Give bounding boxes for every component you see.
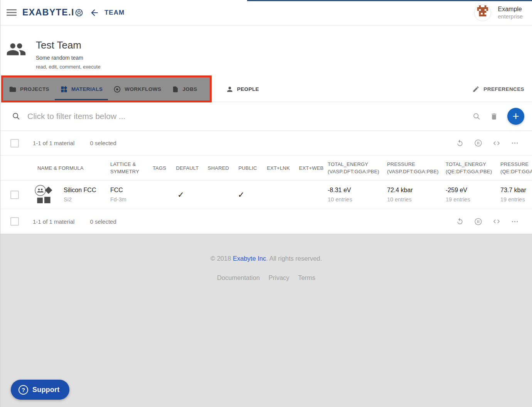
question-mark-icon: ? [19,385,28,395]
user-info: Example enterprise [498,6,523,20]
back-arrow-icon[interactable] [89,8,99,18]
ellipsis-icon [511,218,519,226]
terms-link[interactable]: Terms [298,274,315,281]
name-formula-text: Silicon FCC Si2 [64,187,96,203]
tab-materials[interactable]: MATERIALS [55,77,108,102]
search-icon [12,112,20,121]
company-link[interactable]: Exabyte Inc [233,255,266,262]
toolbar-actions [456,139,522,147]
pagination-count: 1-1 of 1 material [33,218,74,225]
pause-button[interactable] [474,218,482,226]
metric-entries: 10 entries [387,196,413,203]
pressure-qe-cell: 73.7 kbar 19 entries [500,181,532,209]
more-button[interactable] [511,218,519,226]
add-material-fab[interactable]: + [507,108,524,125]
pause-button[interactable] [474,139,482,147]
tab-label: PROJECTS [20,86,49,92]
filter-actions: + [473,108,524,125]
toolbar-actions [456,218,522,226]
select-all-checkbox[interactable] [10,217,19,226]
metric-value: -259 eV [446,187,470,194]
shared-cell [203,181,234,209]
selected-count: 0 selected [90,140,116,146]
select-all-checkbox[interactable] [10,139,19,147]
table-row-silicon-fcc[interactable]: Silicon FCC Si2 FCC Fd-3m ✓ ✓ -8.31 eV 1… [0,181,532,209]
team-header: Test Team Some random team read, edit, c… [0,25,532,77]
user-area: Example enterprise [474,4,523,21]
ellipsis-icon [511,139,519,147]
metric-entries: 19 entries [446,196,470,203]
more-button[interactable] [511,139,519,147]
folder-icon [9,85,17,93]
material-name: Silicon FCC [64,187,96,194]
column-header-name-formula[interactable]: NAME & FORMULA [22,156,110,180]
support-button[interactable]: ? Support [11,380,69,400]
filter-bar: + [0,102,532,131]
team-group-icon [6,41,27,58]
column-header-default[interactable]: DEFAULT [172,156,203,180]
privacy-link[interactable]: Privacy [268,274,289,281]
exabyte-logo[interactable]: EXABYTE.I [22,7,83,18]
selected-count: 0 selected [90,218,116,225]
lattice-type: FCC [110,187,126,194]
preferences-button[interactable]: PREFERENCES [465,77,532,102]
refresh-icon [456,139,464,147]
tab-label: MATERIALS [71,86,103,92]
column-header-ext-lnk[interactable]: EXT+LNK [262,156,295,180]
row-checkbox[interactable] [10,191,19,199]
column-header-total-energy-qe[interactable]: TOTAL_ENERGY(QE:DFT:GGA:PBE) [446,156,500,180]
tab-label: JOBS [182,86,197,92]
default-cell: ✓ [172,181,203,209]
column-header-total-energy-vasp[interactable]: TOTAL_ENERGY(VASP.DFT:GGA:PBE) [328,156,387,180]
copyright-suffix: . All rights reserved. [266,255,322,262]
person-icon [226,85,234,93]
ext-lnk-cell [262,181,295,209]
trash-icon [490,112,498,121]
copyright-line: © 2018 Exabyte Inc. All rights reserved. [0,255,532,262]
tab-projects[interactable]: PROJECTS [3,77,55,102]
metric-value: -8.31 eV [328,187,352,194]
tab-workflows[interactable]: WORKFLOWS [108,77,167,102]
hamburger-menu-icon[interactable] [7,8,17,17]
user-avatar[interactable] [474,4,491,21]
active-tab-indicator [55,99,108,100]
column-header-pressure-vasp[interactable]: PRESSURE(VASP.DFT:GGA:PBE) [387,156,446,180]
code-button[interactable] [493,218,500,225]
user-name: Example [498,6,523,13]
list-toolbar-top: 1-1 of 1 material 0 selected [0,131,532,156]
page-title: TEAM [104,9,125,17]
entity-tab-bar: PROJECTS MATERIALS WORKFLOWS JOBS PEOPLE… [0,77,532,102]
team-permissions: read, edit, comment, execute [36,64,101,70]
total-energy-vasp-cell: -8.31 eV 10 entries [328,181,387,209]
column-header-tags[interactable]: TAGS [147,156,172,180]
public-cell: ✓ [234,181,262,209]
search-small-icon [473,112,481,121]
column-header-lattice-symmetry[interactable]: LATTICE &SYMMETRY [110,156,147,180]
header-spacer [0,156,22,180]
documentation-link[interactable]: Documentation [217,274,260,281]
filter-input[interactable] [27,112,473,121]
ext-web-cell [295,181,328,209]
footer-area: © 2018 Exabyte Inc. All rights reserved.… [0,234,532,407]
refresh-button[interactable] [456,139,464,147]
record-circle-icon [113,85,121,93]
column-header-shared[interactable]: SHARED [203,156,234,180]
refresh-button[interactable] [456,218,464,225]
delete-button[interactable] [490,112,498,121]
column-header-ext-web[interactable]: EXT+WEB [295,156,328,180]
list-toolbar-bottom: 1-1 of 1 material 0 selected [0,209,532,234]
file-icon [172,85,179,93]
code-button[interactable] [493,139,500,147]
team-name: Test Team [36,39,101,51]
column-header-public[interactable]: PUBLIC [234,156,262,180]
tags-cell [147,181,172,209]
search-button[interactable] [473,112,481,121]
preferences-label: PREFERENCES [483,86,524,92]
tab-label: WORKFLOWS [125,86,161,92]
plus-icon: + [512,111,519,122]
tab-jobs[interactable]: JOBS [167,77,202,102]
tab-people[interactable]: PEOPLE [221,77,264,102]
code-icon [493,139,500,147]
name-formula-cell: Silicon FCC Si2 [22,181,110,209]
column-header-pressure-qe[interactable]: PRESSURE(QE:DFT:GGA:PBE) [500,156,532,180]
